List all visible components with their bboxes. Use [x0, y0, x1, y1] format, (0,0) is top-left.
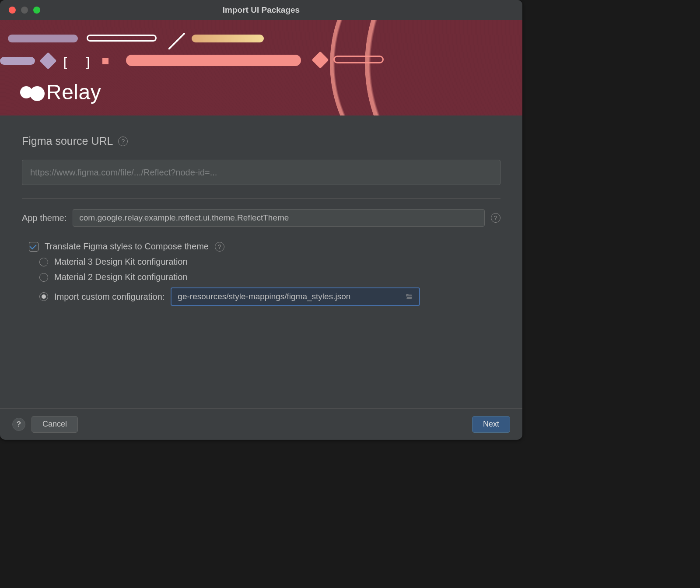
banner-ornament: [ ] [61, 55, 95, 70]
banner-ornament [39, 52, 57, 70]
next-button[interactable]: Next [472, 416, 510, 433]
figma-url-label-row: Figma source URL ? [22, 135, 500, 147]
form-body: Figma source URL ? App theme: ? Translat… [0, 116, 522, 308]
banner: [ ] Relay [0, 20, 522, 116]
config-option-m2[interactable]: Material 2 Design Kit configuration [26, 270, 500, 285]
figma-url-label: Figma source URL [22, 135, 113, 147]
radio-m3-label: Material 3 Design Kit configuration [54, 257, 188, 267]
close-icon[interactable] [9, 7, 16, 14]
translate-styles-label: Translate Figma styles to Compose theme [45, 242, 209, 252]
minimize-icon[interactable] [21, 7, 28, 14]
dialog-window: Import UI Packages [ ] Relay Figma sourc… [0, 0, 522, 440]
banner-ornament [0, 57, 35, 65]
titlebar: Import UI Packages [0, 0, 522, 20]
banner-ornament [87, 35, 157, 42]
custom-config-path-input[interactable] [177, 291, 400, 302]
banner-ornament [312, 51, 329, 69]
help-icon[interactable]: ? [491, 213, 500, 223]
config-option-m3[interactable]: Material 3 Design Kit configuration [26, 254, 500, 270]
radio-m2[interactable] [39, 273, 48, 282]
config-option-custom[interactable]: Import custom configuration: [26, 285, 500, 308]
app-theme-label: App theme: [22, 213, 66, 223]
relay-logo: Relay [20, 80, 101, 104]
relay-logo-icon [20, 85, 44, 100]
figma-url-input[interactable] [22, 160, 500, 185]
app-theme-row: App theme: ? [22, 209, 500, 227]
banner-ornament [102, 58, 108, 64]
custom-config-path-field[interactable] [171, 287, 420, 306]
banner-ornament [333, 56, 384, 63]
relay-wordmark: Relay [46, 80, 101, 104]
help-icon[interactable]: ? [215, 242, 224, 252]
folder-open-icon[interactable] [404, 293, 414, 301]
translate-styles-checkbox[interactable] [29, 242, 38, 252]
translate-styles-row[interactable]: Translate Figma styles to Compose theme … [26, 239, 500, 254]
app-theme-input[interactable] [73, 209, 485, 227]
window-title: Import UI Packages [0, 5, 522, 15]
divider [22, 198, 500, 199]
theme-translation-group: Translate Figma styles to Compose theme … [26, 239, 500, 308]
cancel-button[interactable]: Cancel [32, 416, 78, 433]
radio-m2-label: Material 2 Design Kit configuration [54, 272, 188, 282]
dialog-footer: ? Cancel Next [0, 408, 522, 440]
banner-ornament [330, 20, 522, 116]
zoom-icon[interactable] [33, 7, 40, 14]
radio-custom[interactable] [39, 292, 48, 301]
banner-ornament [126, 55, 301, 66]
help-button[interactable]: ? [12, 418, 25, 431]
banner-ornament [192, 35, 264, 42]
window-controls [0, 7, 40, 14]
radio-m3[interactable] [39, 258, 48, 266]
help-icon[interactable]: ? [118, 136, 128, 146]
banner-ornament [168, 33, 185, 49]
radio-custom-label: Import custom configuration: [54, 292, 164, 302]
banner-ornament [8, 35, 78, 42]
